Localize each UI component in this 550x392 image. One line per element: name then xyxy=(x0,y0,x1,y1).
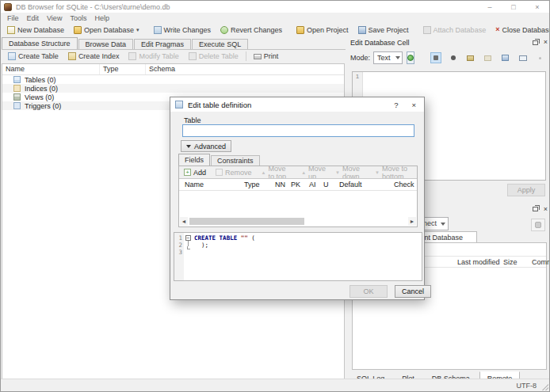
tree-row-tables[interactable]: Tables (0) xyxy=(2,75,344,84)
print-button[interactable]: Print xyxy=(249,51,284,62)
menu-tools[interactable]: Tools xyxy=(66,14,90,22)
cell-mode-row: Mode: Text xyxy=(350,51,548,65)
fields-column-ai[interactable]: AI xyxy=(309,181,316,188)
dock-float-icon[interactable] xyxy=(533,207,538,211)
create-index-button[interactable]: Create Index xyxy=(63,51,124,62)
tree-column-name[interactable]: Name xyxy=(2,64,100,74)
fields-button-row: + Add Remove ▲ Move to top ▲ Move up ▼ xyxy=(179,166,417,178)
menu-bar: File Edit View Tools Help xyxy=(1,13,549,23)
tree-column-type[interactable]: Type xyxy=(100,64,146,74)
dialog-icon xyxy=(175,101,183,108)
tables-icon xyxy=(13,76,21,83)
menu-view[interactable]: View xyxy=(43,14,66,22)
tab-fields[interactable]: Fields xyxy=(178,154,210,166)
null-value-icon[interactable] xyxy=(448,52,459,63)
dock-float-icon[interactable] xyxy=(533,40,538,45)
new-database-icon xyxy=(7,26,15,34)
tab-browse-data[interactable]: Browse Data xyxy=(78,39,134,49)
dock-close-icon[interactable]: × xyxy=(544,206,548,213)
menu-file[interactable]: File xyxy=(3,14,23,22)
add-field-button[interactable]: + Add xyxy=(181,169,209,177)
new-database-button[interactable]: New Database xyxy=(2,25,69,36)
dialog-help-icon[interactable]: ? xyxy=(394,101,398,109)
create-table-button[interactable]: Create Table xyxy=(3,51,63,62)
open-project-button[interactable]: Open Project xyxy=(292,25,353,36)
fullscreen-icon[interactable] xyxy=(518,52,529,63)
resize-grip[interactable] xyxy=(541,383,548,390)
dialog-tab-bar: Fields Constraints xyxy=(178,154,261,166)
save-project-button[interactable]: Save Project xyxy=(353,25,414,36)
tree-row-indices[interactable]: Indices (0) xyxy=(2,84,344,93)
tree-header: Name Type Schema xyxy=(2,64,344,75)
window-title: DB Browser for SQLite - C:\Users\turne\d… xyxy=(16,3,170,11)
delete-table-button: Delete Table xyxy=(184,51,243,62)
dock-close-icon[interactable]: × xyxy=(544,39,548,46)
column-last-modified[interactable]: Last modified xyxy=(457,258,500,266)
table-name-input[interactable] xyxy=(182,124,414,137)
scroll-right-icon[interactable]: ► xyxy=(408,217,416,226)
status-bar: UTF-8 xyxy=(1,379,549,391)
menu-help[interactable]: Help xyxy=(90,14,113,22)
edit-table-dialog: Edit table definition ? × Table Advanced… xyxy=(170,97,425,300)
cell-toolbar xyxy=(430,52,550,63)
dialog-title-bar[interactable]: Edit table definition ? × xyxy=(170,97,424,112)
open-database-button[interactable]: Open Database ▾ xyxy=(69,25,144,36)
fields-column-name[interactable]: Name xyxy=(185,181,204,188)
maximize-icon[interactable]: □ xyxy=(502,1,525,13)
remove-field-button: Remove xyxy=(212,169,255,177)
scrollbar-thumb[interactable] xyxy=(189,218,304,225)
export-file-icon xyxy=(483,52,494,63)
word-wrap-icon[interactable] xyxy=(430,52,441,63)
fields-column-check[interactable]: Check xyxy=(394,181,414,188)
delete-table-icon xyxy=(189,52,197,60)
cancel-button[interactable]: Cancel xyxy=(395,285,431,298)
fields-horizontal-scrollbar[interactable]: ◄ ► xyxy=(180,217,416,226)
mode-label: Mode: xyxy=(350,54,370,62)
close-icon[interactable]: × xyxy=(525,1,549,13)
attach-database-icon xyxy=(423,26,431,34)
fields-column-pk[interactable]: PK xyxy=(291,181,300,188)
close-database-button[interactable]: × Close Database xyxy=(491,25,550,36)
sql-keyword: CREATE TABLE xyxy=(194,234,237,242)
revert-changes-icon xyxy=(220,26,228,34)
tab-execute-sql[interactable]: Execute SQL xyxy=(192,39,248,49)
fields-column-u[interactable]: U xyxy=(323,181,329,188)
dialog-close-icon[interactable]: × xyxy=(411,101,416,109)
chevron-down-icon xyxy=(186,145,191,148)
views-icon xyxy=(13,93,21,101)
open-database-dropdown-icon[interactable]: ▾ xyxy=(136,28,139,32)
fold-collapse-icon[interactable]: − xyxy=(185,235,191,241)
fields-column-nn[interactable]: NN xyxy=(275,181,285,188)
revert-changes-button[interactable]: Revert Changes xyxy=(216,25,287,36)
write-changes-button[interactable]: Write Changes xyxy=(149,25,216,36)
encoding-status[interactable]: UTF-8 xyxy=(517,382,537,390)
fields-column-type[interactable]: Type xyxy=(244,181,260,188)
mode-select[interactable]: Text xyxy=(373,51,403,64)
fields-table: Name Type NN PK AI U Default Check ◄ ► xyxy=(179,178,417,226)
sql-preview: 1 2 3 − CREATE TABLE "" ( ); xyxy=(174,232,422,281)
advanced-toggle-button[interactable]: Advanced xyxy=(181,140,231,152)
edit-cell-dock-header: Edit Database Cell × xyxy=(347,36,550,48)
minimize-icon[interactable]: – xyxy=(478,1,502,13)
auto-mode-button[interactable] xyxy=(407,51,414,64)
window-controls: – □ × xyxy=(478,1,549,13)
column-commit[interactable]: Commit xyxy=(532,258,550,266)
tab-database-structure[interactable]: Database Structure xyxy=(2,37,78,49)
apply-button: Apply xyxy=(507,184,545,196)
remote-settings-button xyxy=(531,219,545,231)
main-tab-bar: Database Structure Browse Data Edit Prag… xyxy=(2,37,249,49)
attach-database-button: Attach Database xyxy=(418,25,491,36)
save-cell-icon[interactable] xyxy=(500,52,511,63)
scroll-left-icon[interactable]: ◄ xyxy=(180,217,188,226)
import-file-icon[interactable] xyxy=(465,52,476,63)
column-size[interactable]: Size xyxy=(503,258,518,266)
chevron-down-icon xyxy=(441,223,445,226)
menu-edit[interactable]: Edit xyxy=(23,14,44,22)
fields-column-default[interactable]: Default xyxy=(339,181,362,188)
move-up-icon: ▲ xyxy=(301,170,306,175)
tab-edit-pragmas[interactable]: Edit Pragmas xyxy=(134,39,191,49)
auto-mode-icon xyxy=(407,55,414,61)
close-database-icon: × xyxy=(495,26,499,34)
tree-column-schema[interactable]: Schema xyxy=(146,64,344,74)
tab-constraints[interactable]: Constraints xyxy=(211,155,260,166)
